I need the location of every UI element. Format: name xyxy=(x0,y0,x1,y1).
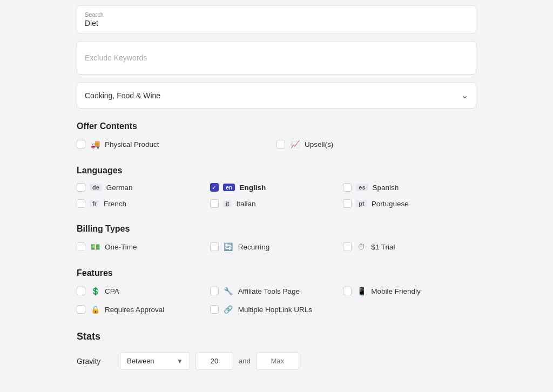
english-label: English xyxy=(239,184,266,192)
cb-affiliate-tools[interactable] xyxy=(210,287,219,295)
offer-contents-group: 🚚 Physical Product 📈 Upsell(s) xyxy=(77,139,476,150)
checkbox-physical-product[interactable]: 🚚 Physical Product xyxy=(77,139,276,150)
physical-product-label: Physical Product xyxy=(105,140,159,148)
search-section: Search Diet xyxy=(77,5,476,33)
french-label: French xyxy=(104,200,126,208)
checkbox-portuguese[interactable]: pt Portuguese xyxy=(343,199,476,208)
german-label: German xyxy=(106,184,133,192)
exclude-keywords-section[interactable]: Exclude Keywords xyxy=(77,41,476,75)
multiple-hoplink-label: Multiple HopLink URLs xyxy=(238,306,312,314)
and-label: and xyxy=(239,357,251,365)
checkbox-german[interactable]: de German xyxy=(77,183,210,192)
features-section: Features 💲 CPA 🔧 Affiliate Tools Page 📱 … xyxy=(77,268,476,315)
checkbox-italian[interactable]: it Italian xyxy=(210,199,343,208)
languages-title: Languages xyxy=(77,166,476,175)
cb-portuguese[interactable] xyxy=(343,199,352,208)
gravity-row: Gravity Between ▼ and xyxy=(77,352,476,370)
offer-contents-section: Offer Contents 🚚 Physical Product 📈 Upse… xyxy=(77,121,476,150)
lock-icon: 🔒 xyxy=(90,304,100,315)
requires-approval-label: Requires Approval xyxy=(105,306,164,314)
gravity-label: Gravity xyxy=(77,357,114,366)
checkbox-dollar-trial[interactable]: ⏱ $1 Trial xyxy=(343,241,476,252)
cpa-label: CPA xyxy=(105,287,119,295)
mobile-icon: 📱 xyxy=(356,286,367,296)
languages-group: de German en English es Spanish fr Frenc… xyxy=(77,183,476,208)
checkbox-upsells[interactable]: 📈 Upsell(s) xyxy=(276,139,476,150)
cb-mobile-friendly[interactable] xyxy=(343,287,352,295)
cpa-icon: 💲 xyxy=(90,286,100,296)
cb-german[interactable] xyxy=(77,183,85,192)
features-title: Features xyxy=(77,268,476,278)
cb-cpa[interactable] xyxy=(77,287,85,295)
recurring-label: Recurring xyxy=(238,243,270,251)
features-group: 💲 CPA 🔧 Affiliate Tools Page 📱 Mobile Fr… xyxy=(77,286,476,315)
languages-section: Languages de German en English es Spanis… xyxy=(77,166,476,208)
recurring-icon: 🔄 xyxy=(223,241,234,252)
checkbox-affiliate-tools[interactable]: 🔧 Affiliate Tools Page xyxy=(210,286,343,296)
upsell-icon: 📈 xyxy=(289,139,300,150)
checkbox-mobile-friendly[interactable]: 📱 Mobile Friendly xyxy=(343,286,476,296)
search-label: Search xyxy=(85,11,468,18)
cb-english[interactable] xyxy=(210,183,219,192)
link-icon: 🔗 xyxy=(223,304,234,315)
upsells-label: Upsell(s) xyxy=(305,140,333,148)
portuguese-label: Portuguese xyxy=(372,200,409,208)
billing-types-section: Billing Types 💵 One-Time 🔄 Recurring ⏱ $… xyxy=(77,224,476,252)
stats-section: Stats Gravity Between ▼ and xyxy=(77,331,476,370)
category-dropdown[interactable]: Cooking, Food & Wine ⌄ xyxy=(77,82,476,109)
cb-dollar-trial[interactable] xyxy=(343,242,352,251)
one-time-label: One-Time xyxy=(105,243,137,251)
lang-tag-pt: pt xyxy=(356,200,367,207)
between-text: Between xyxy=(127,357,172,365)
checkbox-spanish[interactable]: es Spanish xyxy=(343,183,476,192)
gravity-min-input[interactable] xyxy=(195,352,233,370)
gravity-max-input[interactable] xyxy=(256,352,299,370)
cb-recurring[interactable] xyxy=(210,242,219,251)
lang-tag-de: de xyxy=(90,184,102,191)
cb-upsells[interactable] xyxy=(276,140,285,148)
spanish-label: Spanish xyxy=(373,184,399,192)
lang-tag-it: it xyxy=(223,200,232,207)
chevron-down-icon: ⌄ xyxy=(461,90,468,100)
lang-tag-fr: fr xyxy=(90,200,99,207)
affiliate-tools-label: Affiliate Tools Page xyxy=(238,287,300,295)
dollar-icon: 💵 xyxy=(90,241,100,252)
gravity-operator-dropdown[interactable]: Between ▼ xyxy=(120,352,190,370)
mobile-friendly-label: Mobile Friendly xyxy=(371,287,421,295)
tools-icon: 🔧 xyxy=(223,286,234,296)
cb-spanish[interactable] xyxy=(343,183,352,192)
search-value: Diet xyxy=(85,19,468,28)
offer-contents-title: Offer Contents xyxy=(77,121,476,131)
billing-types-group: 💵 One-Time 🔄 Recurring ⏱ $1 Trial xyxy=(77,241,476,252)
checkbox-french[interactable]: fr French xyxy=(77,199,210,208)
checkbox-multiple-hoplink[interactable]: 🔗 Multiple HopLink URLs xyxy=(210,304,343,315)
lang-tag-es: es xyxy=(356,184,368,191)
checkbox-recurring[interactable]: 🔄 Recurring xyxy=(210,241,343,252)
lang-tag-en: en xyxy=(223,184,235,191)
page-container: Search Diet Exclude Keywords Cooking, Fo… xyxy=(66,0,487,386)
billing-types-title: Billing Types xyxy=(77,224,476,234)
exclude-keywords-placeholder: Exclude Keywords xyxy=(85,53,147,62)
cb-multiple-hoplink[interactable] xyxy=(210,305,219,314)
cb-physical-product[interactable] xyxy=(77,140,85,148)
timer-icon: ⏱ xyxy=(356,241,367,252)
checkbox-one-time[interactable]: 💵 One-Time xyxy=(77,241,210,252)
cb-requires-approval[interactable] xyxy=(77,305,85,314)
cb-french[interactable] xyxy=(77,199,85,208)
truck-icon: 🚚 xyxy=(90,139,100,150)
checkbox-requires-approval[interactable]: 🔒 Requires Approval xyxy=(77,304,210,315)
cb-one-time[interactable] xyxy=(77,242,85,251)
checkbox-english[interactable]: en English xyxy=(210,183,343,192)
checkbox-cpa[interactable]: 💲 CPA xyxy=(77,286,210,296)
dollar-trial-label: $1 Trial xyxy=(371,243,395,251)
italian-label: Italian xyxy=(236,200,255,208)
stats-title: Stats xyxy=(77,331,476,342)
between-chevron-icon: ▼ xyxy=(177,357,183,365)
cb-italian[interactable] xyxy=(210,199,219,208)
category-value: Cooking, Food & Wine xyxy=(85,91,160,100)
